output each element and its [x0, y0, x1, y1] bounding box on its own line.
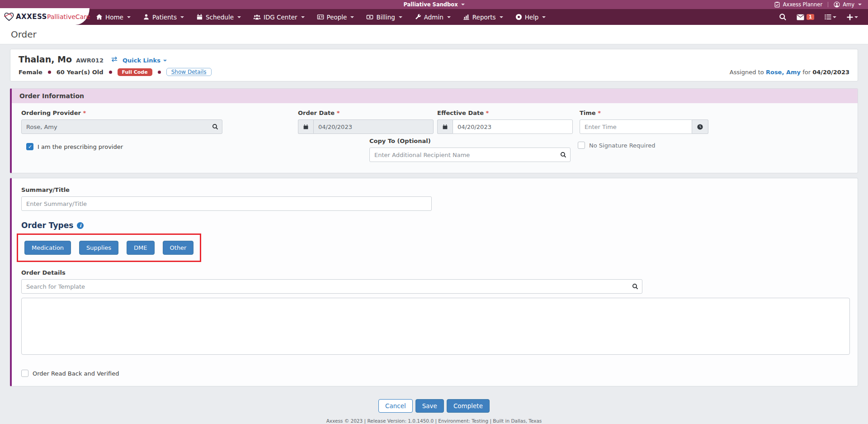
chevron-down-icon [542, 16, 546, 18]
id-card-icon [317, 14, 324, 20]
read-back-checkbox-row: Order Read Back and Verified [21, 370, 848, 377]
order-type-supplies-button[interactable]: Supplies [79, 241, 118, 255]
prescribing-provider-label: I am the prescribing provider [38, 143, 123, 150]
main-nav: Home Patients Schedule IDG Center People… [0, 9, 868, 25]
nav-label: IDG Center [264, 14, 297, 21]
nav-item-idg-center[interactable]: IDG Center [253, 14, 305, 21]
assigned-clinician-link[interactable]: Rose, Amy [766, 69, 801, 76]
add-new-button[interactable] [846, 14, 858, 21]
order-type-dme-button[interactable]: DME [127, 241, 154, 255]
order-types-title-text: Order Types [21, 221, 73, 230]
search-icon [632, 283, 638, 290]
patient-sex: Female [19, 69, 42, 76]
nav-item-billing[interactable]: Billing [366, 14, 402, 21]
order-details-textarea[interactable] [21, 298, 850, 355]
chevron-down-icon [399, 16, 402, 18]
read-back-label: Order Read Back and Verified [33, 370, 119, 377]
calendar-icon [196, 14, 203, 20]
read-back-checkbox[interactable] [21, 370, 28, 377]
calendar-icon [298, 119, 313, 134]
search-icon [779, 13, 787, 21]
app-header: Palliative Sandbox Axxess Planner Amy [0, 0, 868, 25]
search-icon [560, 152, 566, 158]
group-icon [253, 14, 261, 20]
chevron-down-icon [461, 4, 465, 5]
time-input[interactable] [580, 119, 692, 134]
assigned-date: 04/20/2023 [812, 69, 849, 76]
copy-to-label: Copy To (Optional) [369, 138, 571, 144]
chevron-down-icon [163, 60, 167, 62]
nav-item-reports[interactable]: Reports [463, 14, 503, 21]
environment-switcher[interactable]: Palliative Sandbox [0, 0, 868, 9]
user-menu[interactable]: Amy [834, 1, 862, 8]
nav-label: Reports [472, 14, 496, 21]
patient-mrn: AWR012 [76, 57, 104, 64]
separator-dot [158, 71, 161, 74]
no-signature-checkbox[interactable] [578, 142, 585, 149]
user-name: Amy [843, 1, 854, 8]
no-signature-label: No Signature Required [589, 142, 656, 149]
global-search-button[interactable] [779, 13, 787, 21]
order-type-other-button[interactable]: Other [163, 241, 194, 255]
nav-item-patients[interactable]: Patients [143, 14, 184, 21]
list-menu-button[interactable] [824, 14, 836, 20]
effective-date-field-group: Effective Date [437, 110, 573, 134]
assigned-to-line: Assigned to Rose, Amy for 04/20/2023 [730, 69, 849, 76]
patient-summary-card: Thalan, Mo AWR012 Quick Links Female 60 … [10, 49, 858, 81]
show-details-button[interactable]: Show Details [166, 68, 212, 76]
page-title-bar: Order [0, 25, 868, 44]
avatar-icon [834, 1, 840, 8]
effective-date-input[interactable] [453, 119, 573, 134]
swap-patient-icon[interactable] [111, 56, 118, 62]
chevron-down-icon [858, 4, 862, 5]
copy-to-field-group: Copy To (Optional) [369, 138, 571, 162]
separator-dot [109, 71, 112, 74]
nav-label: Billing [376, 14, 395, 21]
summary-title-input[interactable] [21, 196, 432, 211]
order-types-highlight-annotation: Medication Supplies DME Other [17, 233, 201, 262]
copyright-line: Axxess © 2023 | Release Version: 1.0.145… [10, 418, 858, 424]
save-button[interactable]: Save [415, 399, 444, 413]
nav-label: Home [105, 14, 123, 21]
bar-chart-icon [463, 14, 470, 20]
chevron-down-icon [500, 16, 503, 18]
nav-item-help[interactable]: Help [515, 14, 546, 21]
wrench-icon [415, 14, 421, 20]
assigned-prefix: Assigned to [730, 69, 764, 76]
complete-button[interactable]: Complete [447, 399, 490, 413]
page-title: Order [11, 29, 37, 40]
environment-bar: Palliative Sandbox Axxess Planner Amy [0, 0, 868, 9]
order-type-medication-button[interactable]: Medication [24, 241, 71, 255]
nav-label: Patients [152, 14, 177, 21]
ordering-provider-input [21, 119, 222, 134]
planner-icon [774, 1, 780, 8]
order-date-label: Order Date [298, 110, 434, 116]
axxess-heart-icon [4, 12, 14, 22]
home-icon [96, 14, 103, 20]
axxess-logo[interactable]: AXXESS PalliativeCare [0, 8, 90, 25]
template-search-input[interactable] [21, 279, 642, 294]
prescribing-provider-checkbox[interactable] [26, 143, 33, 150]
chevron-down-icon [180, 16, 184, 18]
chevron-down-icon [854, 16, 858, 18]
separator-dot [48, 71, 51, 74]
no-signature-checkbox-row: No Signature Required [578, 142, 656, 149]
axxess-planner-link[interactable]: Axxess Planner [774, 1, 822, 8]
message-count-badge: 1 [807, 14, 814, 20]
clock-icon[interactable] [692, 119, 708, 134]
nav-item-people[interactable]: People [317, 14, 354, 21]
divider [828, 2, 828, 7]
cancel-button[interactable]: Cancel [378, 399, 413, 413]
nav-item-home[interactable]: Home [96, 14, 131, 21]
ordering-provider-field-group: Ordering Provider [21, 110, 222, 134]
messages-button[interactable]: 1 [797, 14, 814, 20]
copy-to-input[interactable] [369, 148, 571, 162]
quick-links-menu[interactable]: Quick Links [123, 57, 167, 64]
info-icon[interactable] [77, 222, 84, 229]
nav-label: Schedule [206, 14, 234, 21]
chevron-down-icon [301, 16, 305, 18]
nav-item-admin[interactable]: Admin [415, 14, 451, 21]
effective-date-label: Effective Date [437, 110, 573, 116]
nav-item-schedule[interactable]: Schedule [196, 14, 241, 21]
brand-product: PalliativeCare [47, 13, 90, 20]
